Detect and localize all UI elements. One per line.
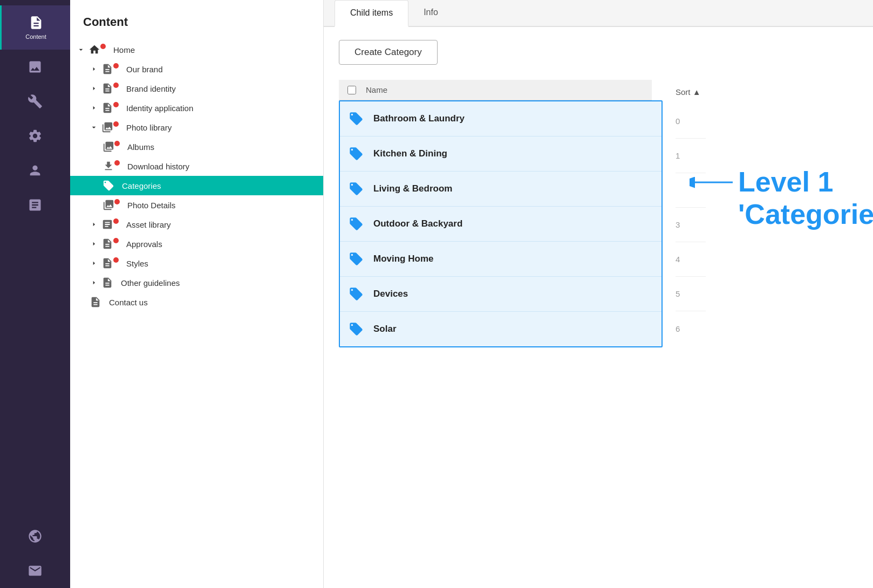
sidebar-item-photo-library[interactable]: Photo library bbox=[70, 118, 323, 137]
tag-icon-bathroom bbox=[349, 111, 364, 126]
sidebar-title: Content bbox=[70, 0, 323, 40]
sidebar-item-download-history[interactable]: Download history bbox=[70, 156, 323, 176]
nav-globe[interactable] bbox=[0, 519, 70, 553]
sidebar-item-asset-library-label: Asset library bbox=[126, 220, 319, 229]
nav-reports[interactable] bbox=[0, 188, 70, 222]
table-row[interactable]: Solar bbox=[340, 312, 661, 346]
tab-child-items[interactable]: Child items bbox=[335, 0, 408, 27]
arrow-right-5-icon bbox=[90, 240, 98, 248]
callout-container: Level 1 'Categories' bbox=[738, 166, 873, 231]
tag-icon-outdoor bbox=[349, 216, 364, 231]
sidebar-item-download-history-label: Download history bbox=[127, 162, 319, 171]
tag-icon-living bbox=[349, 181, 364, 196]
sidebar-item-photo-details[interactable]: Photo Details bbox=[70, 195, 323, 215]
home-icon bbox=[88, 44, 100, 56]
sidebar-item-approvals[interactable]: Approvals bbox=[70, 234, 323, 254]
tag-icon-solar bbox=[349, 322, 364, 337]
photo-library-icon bbox=[101, 121, 113, 133]
name-column-header: Name bbox=[366, 85, 387, 94]
sort-val-4: 4 bbox=[676, 242, 706, 277]
create-category-button[interactable]: Create Category bbox=[339, 40, 438, 65]
download-history-badge bbox=[114, 160, 120, 166]
table-row[interactable]: Bathroom & Laundry bbox=[340, 101, 661, 136]
contact-us-icon bbox=[90, 296, 101, 308]
download-icon bbox=[103, 160, 114, 172]
sidebar-item-brand-identity[interactable]: Brand identity bbox=[70, 79, 323, 98]
main-content: Child items Info Create Category Name Ba… bbox=[324, 0, 873, 588]
sidebar-item-home[interactable]: Home bbox=[70, 40, 323, 59]
nav-settings[interactable] bbox=[0, 119, 70, 153]
album-icon bbox=[103, 141, 114, 153]
row-name-devices: Devices bbox=[373, 289, 653, 299]
sort-column-label: Sort ▲ bbox=[676, 87, 701, 97]
table-row[interactable]: Living & Bedroom bbox=[340, 172, 661, 207]
row-name-outdoor: Outdoor & Backyard bbox=[373, 218, 653, 229]
sidebar-item-brand-identity-label: Brand identity bbox=[126, 84, 319, 93]
table-with-header: Name Bathroom & Laundry Kitchen & Dining bbox=[339, 80, 663, 347]
globe-icon bbox=[28, 529, 43, 544]
arrow-right-6-icon bbox=[90, 259, 98, 268]
row-name-solar: Solar bbox=[373, 324, 653, 334]
arrow-right-3-icon bbox=[90, 104, 98, 112]
sidebar-item-categories[interactable]: Categories bbox=[70, 176, 323, 195]
sort-header[interactable]: Sort ▲ bbox=[676, 80, 706, 104]
sidebar: Content Home Our brand Brand identity Id… bbox=[70, 0, 324, 588]
table-row[interactable]: Devices bbox=[340, 277, 661, 312]
tag-nav-icon bbox=[103, 180, 114, 192]
our-brand-badge bbox=[113, 63, 119, 69]
sidebar-item-other-guidelines[interactable]: Other guidelines bbox=[70, 273, 323, 292]
callout-text-block: Level 1 'Categories' bbox=[738, 166, 873, 231]
tab-info[interactable]: Info bbox=[408, 0, 453, 27]
arrow-right-4-icon bbox=[90, 220, 98, 229]
sidebar-item-categories-label: Categories bbox=[122, 181, 319, 190]
photo-library-badge bbox=[113, 121, 119, 127]
sidebar-item-albums[interactable]: Albums bbox=[70, 137, 323, 156]
sort-val-6: 6 bbox=[676, 311, 706, 346]
sidebar-item-albums-label: Albums bbox=[127, 142, 319, 152]
sort-val-1: 1 bbox=[676, 139, 706, 173]
sidebar-item-contact-us[interactable]: Contact us bbox=[70, 292, 323, 312]
callout-arrow-icon bbox=[690, 172, 733, 193]
table-row[interactable]: Outdoor & Backyard bbox=[340, 207, 661, 242]
sidebar-item-identity-app[interactable]: Identity application bbox=[70, 98, 323, 118]
nav-mail[interactable] bbox=[0, 553, 70, 588]
sidebar-item-home-label: Home bbox=[113, 45, 319, 54]
doc-icon bbox=[101, 63, 113, 75]
arrow-right-7-icon bbox=[90, 278, 98, 287]
sort-val-5: 5 bbox=[676, 277, 706, 311]
nav-users[interactable] bbox=[0, 153, 70, 188]
arrow-down-2-icon bbox=[90, 123, 98, 132]
sidebar-item-our-brand[interactable]: Our brand bbox=[70, 59, 323, 79]
users-icon bbox=[28, 163, 43, 178]
row-name-bathroom: Bathroom & Laundry bbox=[373, 113, 653, 124]
sidebar-item-approvals-label: Approvals bbox=[126, 240, 319, 249]
asset-library-icon bbox=[101, 218, 113, 230]
content-icon bbox=[29, 15, 44, 30]
mail-icon bbox=[28, 563, 43, 578]
sidebar-item-other-guidelines-label: Other guidelines bbox=[121, 278, 319, 288]
sidebar-item-our-brand-label: Our brand bbox=[126, 65, 319, 74]
row-name-living: Living & Bedroom bbox=[373, 183, 653, 194]
table-row[interactable]: Moving Home bbox=[340, 242, 661, 277]
sidebar-item-photo-library-label: Photo library bbox=[126, 123, 319, 132]
brand-identity-badge bbox=[113, 83, 119, 88]
tag-icon-devices bbox=[349, 286, 364, 302]
sort-val-3: 3 bbox=[676, 208, 706, 242]
doc-3-icon bbox=[101, 102, 113, 114]
nav-tools[interactable] bbox=[0, 84, 70, 119]
row-name-kitchen: Kitchen & Dining bbox=[373, 148, 653, 159]
callout-line2: 'Categories' bbox=[738, 199, 873, 231]
tag-icon-moving bbox=[349, 251, 364, 266]
styles-icon bbox=[101, 257, 113, 269]
sidebar-item-styles[interactable]: Styles bbox=[70, 254, 323, 273]
approvals-icon bbox=[101, 238, 113, 250]
nav-content[interactable]: Content bbox=[0, 5, 70, 50]
approvals-badge bbox=[113, 238, 119, 243]
icon-nav: Content bbox=[0, 0, 70, 588]
nav-media[interactable] bbox=[0, 50, 70, 84]
sidebar-item-asset-library[interactable]: Asset library bbox=[70, 215, 323, 234]
content-area: Create Category Name Bathroom & Laundry bbox=[324, 27, 873, 588]
select-all-checkbox[interactable] bbox=[347, 86, 356, 94]
table-row[interactable]: Kitchen & Dining bbox=[340, 136, 661, 172]
styles-badge bbox=[113, 257, 119, 263]
